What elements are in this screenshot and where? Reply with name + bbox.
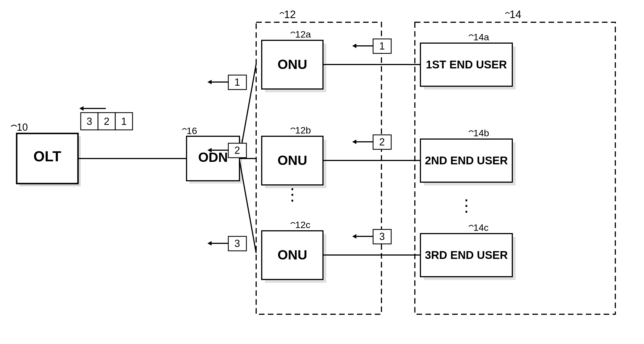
user3-label: 3RD END USER xyxy=(425,249,508,261)
odn-slot3-label: 3 xyxy=(234,238,240,249)
user2-ref: 14b xyxy=(473,128,489,138)
onu2-label: ONU xyxy=(278,153,307,168)
olt-timeslots: 3 2 1 xyxy=(79,106,133,130)
user3-node: 3RD END USER 14c xyxy=(420,222,516,280)
user-slot2-label: 2 xyxy=(379,136,385,148)
olt-slot-3: 3 xyxy=(87,116,92,127)
user-slot1-label: 1 xyxy=(379,40,385,52)
user1-node: 1ST END USER 14a xyxy=(420,32,516,90)
odn-ref: 16 xyxy=(187,125,197,136)
dots-onu: ⋮ xyxy=(284,185,301,204)
dots-users: ⋮ xyxy=(458,196,475,215)
user-group-ref: 14 xyxy=(510,9,521,20)
olt-node: OLT 10 xyxy=(11,122,81,186)
onu2-node: ONU 12b xyxy=(262,125,326,188)
svg-marker-40 xyxy=(352,44,356,48)
user-slot3-label: 3 xyxy=(379,231,385,242)
onu2-ref: 12b xyxy=(295,125,311,135)
user1-label: 1ST END USER xyxy=(426,58,507,71)
svg-marker-4 xyxy=(79,106,84,111)
olt-label: OLT xyxy=(33,148,61,164)
onu3-ref: 12c xyxy=(295,219,310,230)
onu3-node: ONU 12c xyxy=(262,219,326,283)
olt-ref: 10 xyxy=(17,122,28,133)
svg-marker-43 xyxy=(352,140,356,144)
user-slot1-arrow: 1 xyxy=(352,39,391,53)
onu1-node: ONU 12a xyxy=(262,29,326,92)
user-slot2-arrow: 2 xyxy=(352,135,391,149)
odn-slot1-arrow: 1 xyxy=(207,75,246,90)
user-slot3-arrow: 3 xyxy=(352,229,391,244)
odn-slot2-label: 2 xyxy=(234,145,240,156)
onu3-label: ONU xyxy=(278,248,307,262)
olt-slot-2: 2 xyxy=(104,116,109,127)
onu1-ref: 12a xyxy=(295,29,311,39)
user3-ref: 14c xyxy=(473,222,489,233)
svg-marker-34 xyxy=(207,241,212,246)
onu1-label: ONU xyxy=(278,57,307,72)
odn-label: ODN xyxy=(198,150,228,165)
user2-node: 2ND END USER 14b xyxy=(420,128,516,185)
user2-label: 2ND END USER xyxy=(425,154,508,167)
odn-slot1-label: 1 xyxy=(234,76,240,88)
onu-group-ref: 12 xyxy=(284,9,296,20)
svg-marker-46 xyxy=(352,234,356,239)
olt-slot-1: 1 xyxy=(121,116,127,127)
odn-slot3-arrow: 3 xyxy=(207,236,246,251)
svg-marker-28 xyxy=(207,80,212,84)
diagram-container: OLT 10 3 2 1 ODN 16 xyxy=(0,0,644,344)
user1-ref: 14a xyxy=(473,32,489,42)
